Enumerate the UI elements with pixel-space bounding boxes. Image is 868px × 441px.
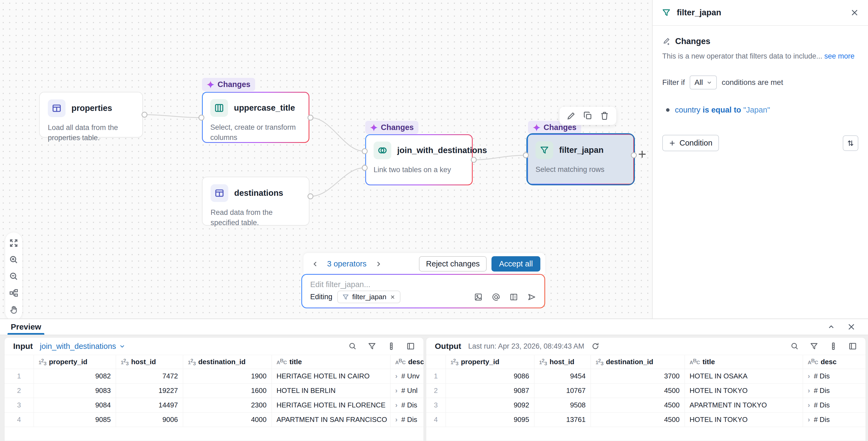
table-cell[interactable]: HOTEL IN BERLIN xyxy=(272,383,390,398)
table-cell[interactable]: 9082 xyxy=(34,369,116,383)
column-header[interactable]: ABCdesc xyxy=(390,355,424,369)
column-header[interactable]: 123property_id xyxy=(445,355,534,369)
node-join-with-destinations[interactable]: join_with_destinations Link two tables o… xyxy=(365,134,473,185)
add-operator-plus-icon[interactable]: + xyxy=(638,146,646,162)
close-panel-icon[interactable] xyxy=(850,8,859,17)
pipeline-canvas[interactable]: properties Load all data from the proper… xyxy=(0,0,652,318)
expand-cell-icon[interactable]: › xyxy=(395,386,398,395)
connection-handle[interactable] xyxy=(308,193,313,199)
table-row[interactable]: 1908694543700HOTEL IN OSAKA›# Dis xyxy=(426,369,866,383)
filter-rows-icon[interactable] xyxy=(368,342,376,350)
table-cell[interactable]: ›# Unl xyxy=(390,383,424,398)
next-operator-button[interactable] xyxy=(371,260,385,267)
duplicate-node-button[interactable] xyxy=(583,111,593,121)
side-panel-icon[interactable] xyxy=(848,342,857,350)
send-icon[interactable] xyxy=(527,292,536,302)
table-cell[interactable]: 9092 xyxy=(445,398,534,412)
column-header[interactable]: 123host_id xyxy=(116,355,183,369)
table-cell[interactable]: HERITAGE HOTEL IN FLORENCE xyxy=(272,398,390,412)
close-icon[interactable] xyxy=(390,294,396,300)
table-row[interactable]: 4908590064000APARTMENT IN SAN FRANCISCO›… xyxy=(5,412,424,427)
refresh-icon[interactable] xyxy=(591,342,599,350)
table-cell[interactable]: 19227 xyxy=(116,383,183,398)
reorder-conditions-button[interactable] xyxy=(843,135,858,151)
filter-rows-icon[interactable] xyxy=(810,342,818,350)
add-condition-button[interactable]: Condition xyxy=(662,135,719,151)
auto-layout-button[interactable] xyxy=(6,286,21,300)
table-cell[interactable]: HOTEL IN OSAKA xyxy=(685,369,803,383)
table-cell[interactable]: APARTMENT IN TOKYO xyxy=(685,398,803,412)
table-cell[interactable]: 10767 xyxy=(534,383,591,398)
column-header[interactable]: ABCdesc xyxy=(803,355,866,369)
node-filter-japan[interactable]: filter_japan Select matching rows xyxy=(526,133,635,185)
collapse-panel-icon[interactable] xyxy=(827,323,835,331)
table-cell[interactable]: 9095 xyxy=(445,412,534,427)
table-cell[interactable]: 1600 xyxy=(183,383,272,398)
column-header[interactable]: 123destination_id xyxy=(591,355,685,369)
table-cell[interactable]: HOTEL IN TOKYO xyxy=(685,383,803,398)
side-panel-icon[interactable] xyxy=(406,342,415,350)
zoom-in-button[interactable] xyxy=(6,253,21,267)
table-cell[interactable]: 9083 xyxy=(34,383,116,398)
table-row[interactable]: 29083192271600HOTEL IN BERLIN›# Unl xyxy=(5,383,424,398)
close-preview-icon[interactable] xyxy=(847,322,856,331)
edge[interactable] xyxy=(474,155,526,160)
zoom-out-button[interactable] xyxy=(6,270,21,283)
table-cell[interactable]: 13761 xyxy=(534,412,591,427)
match-mode-select[interactable]: All xyxy=(690,75,717,89)
search-icon[interactable] xyxy=(348,342,357,350)
column-header[interactable]: 123destination_id xyxy=(183,355,272,369)
condition-row[interactable]: country is equal to "Japan" xyxy=(662,105,858,115)
table-cell[interactable]: 4500 xyxy=(591,398,685,412)
table-cell[interactable]: 9084 xyxy=(34,398,116,412)
edge[interactable] xyxy=(310,168,364,196)
table-panel-icon[interactable] xyxy=(509,293,518,301)
table-cell[interactable]: 2300 xyxy=(183,398,272,412)
edit-node-button[interactable] xyxy=(566,111,576,121)
operators-count-link[interactable]: 3 operators xyxy=(327,259,367,268)
connection-handle[interactable] xyxy=(471,157,477,163)
image-attach-icon[interactable] xyxy=(474,293,483,301)
table-cell[interactable]: 7472 xyxy=(116,369,183,383)
table-cell[interactable]: 4500 xyxy=(591,383,685,398)
column-strip-icon[interactable] xyxy=(829,342,838,350)
expand-cell-icon[interactable]: › xyxy=(808,415,810,423)
mention-icon[interactable] xyxy=(492,293,500,301)
expand-cell-icon[interactable]: › xyxy=(808,401,810,409)
tab-preview[interactable]: Preview xyxy=(11,319,41,335)
connection-handle[interactable] xyxy=(631,152,637,158)
table-row[interactable]: 39084144972300HERITAGE HOTEL IN FLORENCE… xyxy=(5,398,424,412)
node-uppercase-title[interactable]: uppercase_title Select, create or transf… xyxy=(202,92,309,143)
connection-handle[interactable] xyxy=(198,115,205,121)
expand-cell-icon[interactable]: › xyxy=(395,415,398,423)
connection-handle[interactable] xyxy=(362,165,368,171)
search-icon[interactable] xyxy=(790,342,799,350)
table-cell[interactable]: 9087 xyxy=(445,383,534,398)
table-cell[interactable]: APARTMENT IN SAN FRANCISCO xyxy=(272,412,390,427)
connection-handle[interactable] xyxy=(523,152,529,158)
connection-handle[interactable] xyxy=(362,148,368,154)
previous-operator-button[interactable] xyxy=(308,260,323,267)
expand-cell-icon[interactable]: › xyxy=(395,401,398,409)
expand-cell-icon[interactable]: › xyxy=(808,386,810,395)
accept-all-button[interactable]: Accept all xyxy=(492,256,540,272)
table-cell[interactable]: 9085 xyxy=(34,412,116,427)
table-cell[interactable]: ›# Dis xyxy=(803,369,866,383)
table-cell[interactable]: 3700 xyxy=(591,369,685,383)
table-cell[interactable]: 9006 xyxy=(116,412,183,427)
column-header[interactable]: 123host_id xyxy=(534,355,591,369)
table-cell[interactable]: 9454 xyxy=(534,369,591,383)
connection-handle[interactable] xyxy=(308,115,313,121)
table-cell[interactable]: 4500 xyxy=(591,412,685,427)
table-row[interactable]: 3909295084500APARTMENT IN TOKYO›# Dis xyxy=(426,398,866,412)
edit-prompt-input[interactable]: Edit filter_japan... xyxy=(310,280,536,289)
table-cell[interactable]: 14497 xyxy=(116,398,183,412)
table-cell[interactable]: ›# Dis xyxy=(803,398,866,412)
table-cell[interactable]: ›# Dis xyxy=(803,412,866,427)
table-cell[interactable]: 4000 xyxy=(183,412,272,427)
column-strip-icon[interactable] xyxy=(387,342,396,350)
column-header[interactable]: ABCtitle xyxy=(272,355,390,369)
column-header[interactable]: ABCtitle xyxy=(685,355,803,369)
expand-cell-icon[interactable]: › xyxy=(395,372,398,380)
input-source-dropdown[interactable]: join_with_destinations xyxy=(40,342,125,351)
